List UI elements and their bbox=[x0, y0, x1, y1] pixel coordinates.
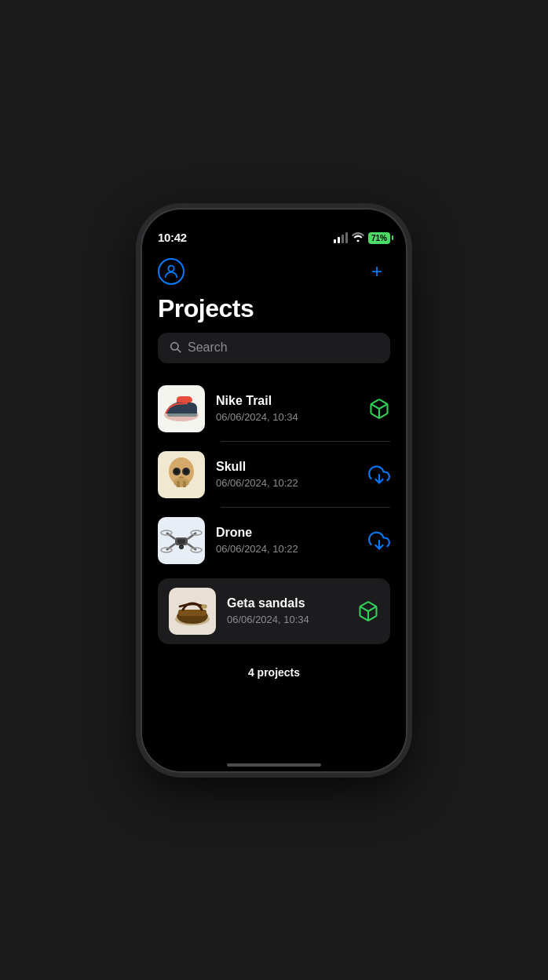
project-status-3d-icon bbox=[368, 398, 390, 420]
header: + bbox=[142, 249, 406, 291]
project-item[interactable]: Drone 06/06/2024, 10:22 bbox=[158, 508, 390, 574]
search-placeholder: Search bbox=[188, 341, 228, 355]
battery-indicator: 71% bbox=[368, 232, 390, 244]
search-container: Search bbox=[142, 333, 406, 376]
svg-point-0 bbox=[168, 265, 174, 271]
project-info: Drone 06/06/2024, 10:22 bbox=[216, 526, 357, 555]
project-date: 06/06/2024, 10:22 bbox=[216, 543, 357, 555]
page-title: Projects bbox=[142, 291, 406, 333]
svg-rect-16 bbox=[177, 539, 185, 544]
project-thumbnail bbox=[158, 385, 205, 432]
avatar-icon bbox=[163, 263, 180, 280]
project-info: Geta sandals 06/06/2024, 10:34 bbox=[227, 596, 346, 625]
svg-rect-30 bbox=[202, 605, 206, 608]
sandal-image bbox=[170, 592, 214, 630]
project-item[interactable]: Nike Trail 06/06/2024, 10:34 bbox=[158, 376, 390, 442]
skull-image bbox=[166, 454, 197, 495]
shoe-image bbox=[159, 390, 203, 428]
project-date: 06/06/2024, 10:34 bbox=[227, 614, 346, 625]
project-name: Skull bbox=[216, 460, 357, 474]
project-date: 06/06/2024, 10:22 bbox=[216, 477, 357, 489]
search-bar[interactable]: Search bbox=[158, 333, 390, 363]
project-info: Skull 06/06/2024, 10:22 bbox=[216, 460, 357, 489]
add-project-button[interactable]: + bbox=[364, 258, 390, 285]
svg-rect-4 bbox=[167, 413, 197, 417]
signal-icon bbox=[334, 232, 348, 243]
dynamic-island bbox=[239, 219, 309, 241]
status-time: 10:42 bbox=[158, 231, 187, 244]
project-name: Drone bbox=[216, 526, 357, 540]
drone-image bbox=[160, 525, 203, 556]
svg-rect-8 bbox=[177, 481, 180, 487]
svg-point-7 bbox=[174, 478, 189, 487]
svg-rect-9 bbox=[183, 481, 186, 487]
project-status-cloud-icon bbox=[368, 530, 390, 552]
project-name: Nike Trail bbox=[216, 394, 357, 408]
project-name: Geta sandals bbox=[227, 596, 346, 610]
project-thumbnail bbox=[169, 588, 216, 635]
search-icon bbox=[169, 341, 181, 355]
home-indicator bbox=[227, 763, 321, 767]
project-thumbnail bbox=[158, 517, 205, 564]
projects-count: 4 projects bbox=[142, 644, 406, 691]
status-icons: 71% bbox=[334, 232, 390, 244]
svg-line-2 bbox=[177, 349, 181, 352]
svg-point-12 bbox=[174, 469, 179, 474]
project-date: 06/06/2024, 10:34 bbox=[216, 411, 357, 423]
project-item-highlighted[interactable]: Geta sandals 06/06/2024, 10:34 bbox=[158, 578, 390, 644]
avatar-button[interactable] bbox=[158, 258, 184, 285]
screen-content: + Projects Search bbox=[142, 249, 406, 771]
svg-point-26 bbox=[181, 545, 183, 548]
svg-point-13 bbox=[184, 469, 188, 474]
wifi-icon bbox=[352, 232, 364, 244]
project-info: Nike Trail 06/06/2024, 10:34 bbox=[216, 394, 357, 423]
project-status-3d-icon bbox=[357, 600, 379, 622]
project-thumbnail bbox=[158, 451, 205, 498]
phone-screen: 10:42 71% bbox=[142, 209, 406, 771]
project-item[interactable]: Skull 06/06/2024, 10:22 bbox=[158, 442, 390, 508]
add-icon: + bbox=[371, 260, 382, 282]
project-list: Nike Trail 06/06/2024, 10:34 bbox=[142, 376, 406, 574]
phone-frame: 10:42 71% bbox=[141, 208, 407, 773]
project-status-cloud-icon bbox=[368, 464, 390, 486]
